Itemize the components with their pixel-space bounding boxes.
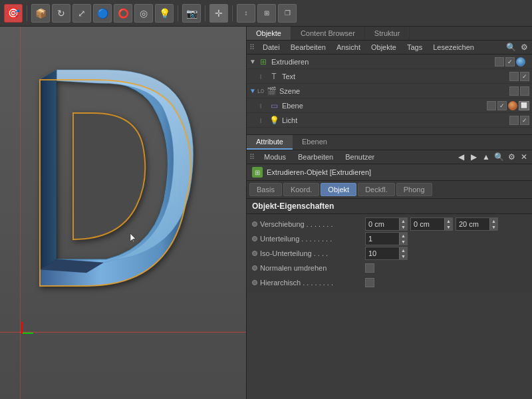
arrow-extrudieren: ▼	[249, 58, 257, 65]
prop-row-unterteilung: Unterteilung . . . . . . . . 1 ▲ ▼	[247, 231, 532, 246]
red-axis	[21, 322, 23, 334]
tree-row-licht[interactable]: | 💡 Licht ✓	[247, 113, 532, 128]
attr-benutzer[interactable]: Benutzer	[340, 152, 380, 162]
check-s1[interactable]	[509, 86, 519, 96]
tree-row-extrudieren[interactable]: ▼ ⊞ Extrudieren ✓	[247, 55, 532, 69]
prop-tab-phong[interactable]: Phong	[396, 183, 432, 196]
spin-down-vz[interactable]: ▼	[489, 224, 497, 230]
obj-title-icon: ⊞	[252, 167, 263, 178]
attr-modus[interactable]: Modus	[259, 152, 291, 162]
attr-search-icon[interactable]: 🔍	[493, 152, 504, 162]
spin-down-iso[interactable]: ▼	[399, 253, 407, 259]
ebene-strip: ⬜	[519, 101, 529, 110]
check-li2[interactable]: ✓	[520, 116, 529, 125]
check-eb2[interactable]: ✓	[497, 101, 507, 110]
menu-ansicht[interactable]: Ansicht	[331, 42, 366, 53]
menu-datei[interactable]: Datei	[257, 42, 285, 53]
attr-left-arrow[interactable]: ◀	[456, 152, 466, 162]
tree-row-ebene[interactable]: | ▭ Ebene ✓ ⬜	[247, 98, 532, 113]
ebene-icons: ⬜	[508, 101, 529, 110]
prop-tab-koord[interactable]: Koord.	[283, 183, 319, 196]
prop-tab-objekt[interactable]: Objekt	[321, 183, 356, 196]
prop-row-hierarchisch: Hierarchisch . . . . . . . .	[247, 275, 532, 290]
tool-target[interactable]: ◎	[134, 4, 153, 23]
checkbox-hierarchisch[interactable]	[365, 278, 374, 287]
search-icon[interactable]: 🔍	[505, 42, 516, 53]
prop-row-iso: Iso-Unterteilung . . . . 10 ▲ ▼	[247, 246, 532, 261]
tree-right-ebene: ✓ ⬜	[487, 101, 529, 110]
spin-up-vy[interactable]: ▲	[444, 218, 452, 224]
spin-up-vz[interactable]: ▲	[489, 218, 497, 224]
menu-objekte[interactable]: Objekte	[366, 42, 402, 53]
sep1	[27, 5, 27, 21]
label-extrudieren: Extrudieren	[271, 58, 495, 66]
tree-right-text: ✓	[509, 72, 529, 81]
dot-verschiebung	[252, 221, 257, 227]
attr-triangle[interactable]: ▲	[481, 152, 491, 162]
tab-objekte[interactable]: Objekte	[247, 27, 291, 40]
spin-down-unt[interactable]: ▼	[399, 239, 407, 245]
attr-drag-icon: ⠿	[249, 153, 255, 162]
spin-down-vx[interactable]: ▼	[399, 224, 407, 230]
prop-tab-deckfl[interactable]: Deckfl.	[358, 183, 395, 196]
checkbox-normalen[interactable]	[365, 263, 374, 273]
tree-row-szene[interactable]: ▼ L0 🎬 Szene	[247, 84, 532, 98]
panel-tabs-top: Objekte Content Browser Struktur	[247, 27, 532, 41]
top-toolbar: 🎯 📦 ↻ ⤢ 🔵 ⭕ ◎ 💡 📷 ✛ ↕ ⊞ ❐	[0, 0, 532, 27]
spin-up-vx[interactable]: ▲	[399, 218, 407, 224]
attr-settings-icon[interactable]: ⚙	[506, 152, 517, 162]
attr-tab-attribute[interactable]: Attribute	[247, 135, 293, 150]
settings-icon[interactable]: ⚙	[519, 42, 529, 53]
label-szene: Szene	[279, 87, 509, 95]
label-ebene: Ebene	[282, 102, 487, 110]
menu-drag-icon: ⠿	[249, 43, 255, 52]
ebene-sphere	[508, 101, 517, 110]
attr-tab-ebenen[interactable]: Ebenen	[293, 135, 336, 150]
check-ex2[interactable]: ✓	[505, 57, 515, 66]
tool-cam[interactable]: 📷	[182, 4, 201, 23]
obj-title-bar: ⊞ Extrudieren-Objekt [Extrudieren]	[247, 164, 532, 181]
spin-up-unt[interactable]: ▲	[399, 233, 407, 239]
viewport[interactable]	[0, 27, 246, 399]
vp-ctrl3[interactable]: ❐	[278, 4, 297, 23]
tool-scale[interactable]: ⤢	[72, 4, 91, 23]
menu-bearbeiten[interactable]: Bearbeiten	[285, 42, 331, 53]
tree-row-text[interactable]: | T Text ✓	[247, 69, 532, 84]
tool-light[interactable]: 💡	[155, 4, 174, 23]
check-t2[interactable]: ✓	[520, 72, 529, 81]
sep4	[232, 5, 233, 21]
lo-badge: L0	[257, 88, 264, 94]
check-s2[interactable]	[520, 86, 529, 96]
tree-right-extrudieren: ✓	[495, 57, 529, 67]
prop-row-normalen: Normalen umdrehen	[247, 261, 532, 275]
tool-rotate[interactable]: ↻	[52, 4, 70, 23]
icon-szene: 🎬	[265, 86, 277, 96]
icon-ebene: ▭	[268, 100, 280, 111]
menu-lesezeichen[interactable]: Lesezeichen	[428, 42, 479, 53]
check-eb1[interactable]	[487, 101, 496, 110]
vp-ctrl2[interactable]: ⊞	[257, 4, 276, 23]
prop-tab-basis[interactable]: Basis	[249, 183, 282, 196]
tool-move[interactable]: ✛	[209, 4, 228, 23]
tool-shape[interactable]: 🔵	[93, 4, 112, 23]
attr-right-arrow[interactable]: ▶	[468, 152, 479, 162]
sep3	[205, 5, 205, 21]
check-t1[interactable]	[509, 72, 519, 81]
prop-label-hierarchisch: Hierarchisch . . . . . . . .	[252, 279, 365, 287]
label-text: Text	[282, 72, 509, 80]
spin-up-iso[interactable]: ▲	[399, 247, 407, 253]
logo-icon[interactable]: 🎯	[4, 4, 23, 23]
objekte-menubar: ⠿ Datei Bearbeiten Ansicht Objekte Tags …	[247, 41, 532, 55]
tab-struktur[interactable]: Struktur	[365, 27, 410, 40]
check-ex1[interactable]	[495, 57, 504, 66]
vp-ctrl1[interactable]: ↕	[237, 4, 255, 23]
spin-down-vy[interactable]: ▼	[444, 224, 452, 230]
tool-box[interactable]: 📦	[31, 4, 50, 23]
check-li1[interactable]	[509, 116, 519, 125]
attr-bearbeiten[interactable]: Bearbeiten	[293, 152, 338, 162]
attr-close-icon[interactable]: ✕	[519, 152, 529, 162]
tool-ring[interactable]: ⭕	[114, 4, 132, 23]
menu-tags[interactable]: Tags	[402, 42, 428, 53]
green-axis	[21, 332, 33, 334]
tab-content-browser[interactable]: Content Browser	[291, 27, 365, 40]
